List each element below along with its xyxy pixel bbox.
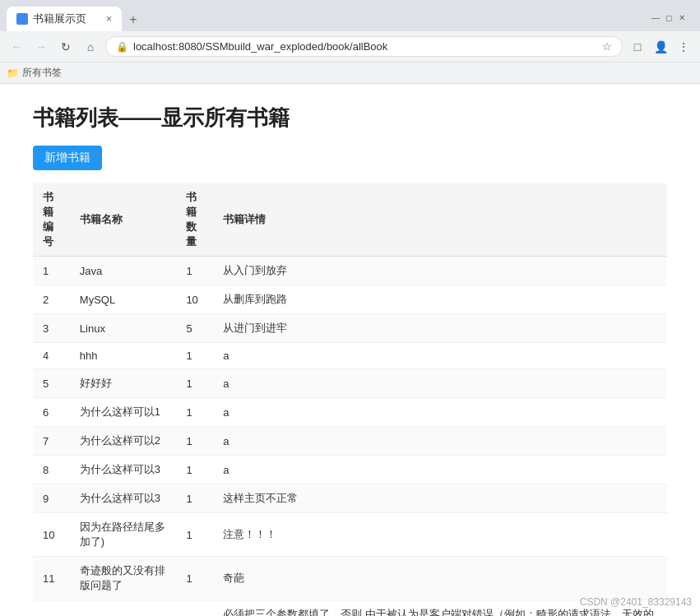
- tab-bar: 书籍展示页 × + — ◻ ✕: [0, 0, 700, 31]
- table-row: 7为什么这样可以21a: [33, 427, 667, 456]
- cell-id: 12: [33, 600, 70, 617]
- cell-name: MySQL: [70, 285, 177, 314]
- home-button[interactable]: ⌂: [81, 37, 100, 57]
- watermark: CSDN @2401_83329143: [580, 596, 692, 608]
- cell-count: 1: [176, 513, 213, 557]
- cell-detail: 这样主页不正常: [213, 484, 667, 513]
- cell-detail: a: [213, 398, 667, 427]
- menu-button[interactable]: ⋮: [674, 37, 693, 57]
- page-title: 书籍列表——显示所有书籍: [33, 104, 667, 132]
- lock-icon: 🔒: [116, 41, 128, 53]
- profile-button[interactable]: 👤: [651, 37, 670, 57]
- cell-name: 为什么这样可以2: [70, 427, 177, 456]
- minimize-button[interactable]: —: [651, 12, 661, 22]
- cell-id: 7: [33, 427, 70, 456]
- page-content: 书籍列表——显示所有书籍 新增书籍 书籍编号 书籍名称 书籍数量 书籍详情 1J…: [0, 84, 700, 616]
- browser-chrome: 书籍展示页 × + — ◻ ✕ ← → ↻ ⌂ 🔒 localhost:8080…: [0, 0, 700, 84]
- table-row: 3Linux5从进门到进牢: [33, 314, 667, 343]
- cell-detail: a: [213, 427, 667, 456]
- table-row: 6为什么这样可以11a: [33, 398, 667, 427]
- toolbar-right: □ 👤 ⋮: [628, 37, 693, 57]
- cell-count: 1: [176, 484, 213, 513]
- cell-count: 1: [176, 456, 213, 484]
- table-header-row: 书籍编号 书籍名称 书籍数量 书籍详情: [33, 183, 667, 257]
- cell-id: 2: [33, 285, 70, 314]
- bookmarks-bar: 📁 所有书签: [0, 62, 700, 83]
- cell-count: 10: [176, 285, 213, 314]
- cell-detail: a: [213, 369, 667, 398]
- cell-name: 好好好: [70, 369, 177, 398]
- cell-name: 为什么这样可以4: [70, 600, 177, 617]
- table-row: 8为什么这样可以31a: [33, 456, 667, 484]
- cell-name: 为什么这样可以1: [70, 398, 177, 427]
- cell-detail: 从删库到跑路: [213, 285, 667, 314]
- forward-button[interactable]: →: [31, 37, 51, 57]
- window-controls: — ◻ ✕: [651, 12, 693, 25]
- cell-count: 5: [176, 314, 213, 343]
- back-button[interactable]: ←: [7, 37, 26, 57]
- tab-close-button[interactable]: ×: [106, 13, 112, 25]
- extensions-button[interactable]: □: [628, 37, 647, 57]
- cell-count: 1: [176, 557, 213, 600]
- table-header: 书籍编号 书籍名称 书籍数量 书籍详情: [33, 183, 667, 257]
- cell-id: 5: [33, 369, 70, 398]
- col-header-count: 书籍数量: [176, 183, 213, 257]
- cell-count: 1: [176, 427, 213, 456]
- table-row: 12为什么这样可以41必须把三个参数都填了，否则 由于被认为是客户端对错误（例如…: [33, 600, 667, 617]
- cell-name: 奇迹般的又没有排版问题了: [70, 557, 177, 600]
- add-book-button[interactable]: 新增书籍: [33, 146, 102, 170]
- tab-label: 书籍展示页: [33, 12, 86, 26]
- table-row: 5好好好1a: [33, 369, 667, 398]
- maximize-button[interactable]: ◻: [664, 12, 674, 22]
- cell-id: 3: [33, 314, 70, 343]
- cell-id: 11: [33, 557, 70, 600]
- cell-detail: 注意！！！: [213, 513, 667, 557]
- cell-detail: 从入门到放弃: [213, 257, 667, 285]
- address-bar[interactable]: 🔒 localhost:8080/SSMbuild_war_exploded/b…: [105, 36, 623, 57]
- tab-favicon: [16, 13, 28, 25]
- url-display: localhost:8080/SSMbuild_war_exploded/boo…: [133, 40, 597, 53]
- bookmark-star-icon[interactable]: ☆: [602, 40, 612, 53]
- refresh-button[interactable]: ↻: [56, 37, 76, 57]
- col-header-id: 书籍编号: [33, 183, 70, 257]
- address-bar-icons: ☆: [602, 40, 612, 53]
- cell-name: Linux: [70, 314, 177, 343]
- books-table: 书籍编号 书籍名称 书籍数量 书籍详情 1Java1从入门到放弃2MySQL10…: [33, 183, 667, 616]
- cell-count: 1: [176, 398, 213, 427]
- table-row: 11奇迹般的又没有排版问题了1奇葩: [33, 557, 667, 600]
- address-bar-row: ← → ↻ ⌂ 🔒 localhost:8080/SSMbuild_war_ex…: [0, 31, 700, 62]
- cell-id: 1: [33, 257, 70, 285]
- bookmarks-folder-icon: 📁: [7, 67, 19, 79]
- table-row: 10因为在路径结尾多加了)1注意！！！: [33, 513, 667, 557]
- browser-tab[interactable]: 书籍展示页 ×: [7, 7, 122, 31]
- cell-count: 1: [176, 369, 213, 398]
- cell-id: 9: [33, 484, 70, 513]
- cell-count: 1: [176, 257, 213, 285]
- cell-detail: a: [213, 456, 667, 484]
- cell-id: 8: [33, 456, 70, 484]
- table-row: 1Java1从入门到放弃: [33, 257, 667, 285]
- table-row: 9为什么这样可以31这样主页不正常: [33, 484, 667, 513]
- cell-id: 4: [33, 343, 70, 369]
- close-window-button[interactable]: ✕: [677, 12, 687, 22]
- cell-count: 1: [176, 600, 213, 617]
- new-tab-button[interactable]: +: [122, 8, 145, 31]
- cell-name: Java: [70, 257, 177, 285]
- table-body: 1Java1从入门到放弃2MySQL10从删库到跑路3Linux5从进门到进牢4…: [33, 257, 667, 617]
- cell-name: hhh: [70, 343, 177, 369]
- cell-count: 1: [176, 343, 213, 369]
- cell-name: 为什么这样可以3: [70, 456, 177, 484]
- cell-id: 10: [33, 513, 70, 557]
- col-header-name: 书籍名称: [70, 183, 177, 257]
- bookmarks-label[interactable]: 所有书签: [22, 66, 62, 80]
- table-row: 2MySQL10从删库到跑路: [33, 285, 667, 314]
- cell-name: 为什么这样可以3: [70, 484, 177, 513]
- cell-name: 因为在路径结尾多加了): [70, 513, 177, 557]
- cell-detail: 从进门到进牢: [213, 314, 667, 343]
- cell-id: 6: [33, 398, 70, 427]
- col-header-detail: 书籍详情: [213, 183, 667, 257]
- cell-detail: 奇葩: [213, 557, 667, 600]
- cell-detail: a: [213, 343, 667, 369]
- table-row: 4hhh1a: [33, 343, 667, 369]
